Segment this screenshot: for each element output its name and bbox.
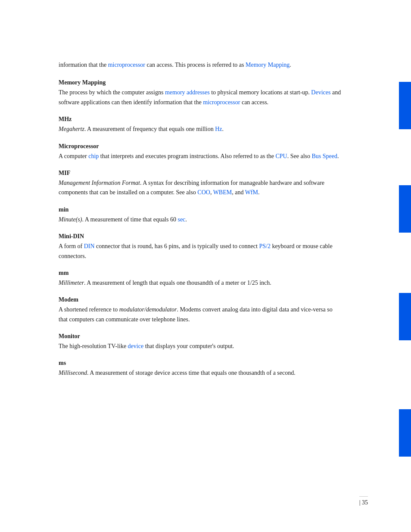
link-microprocessor-1[interactable]: microprocessor [203,99,240,106]
blue-tab-2 [399,185,411,233]
page-footer: | 35 [359,496,368,506]
link-hz[interactable]: Hz [215,126,222,132]
link-wfm[interactable]: WfM [245,189,258,196]
entry-title-mm: mm [59,270,343,277]
intro-paragraph: information that the microprocessor can … [59,60,343,70]
blue-tab-3 [399,293,411,340]
page-number: | 35 [359,499,368,506]
intro-text-3: . [290,62,291,68]
link-chip[interactable]: chip [88,153,99,159]
blue-tab-1 [399,82,411,129]
entry-title-modem: Modem [59,296,343,303]
entry-title-mini-din: Mini-DIN [59,233,343,240]
entry-title-mhz: MHz [59,116,343,123]
entry-title-mif: MIF [59,170,343,177]
page-container: information that the microprocessor can … [0,0,411,532]
entry-mhz: MHz Megahertz. A measurement of frequenc… [59,116,343,134]
entry-title-min: min [59,206,343,213]
entry-mif: MIF Management Information Format. A syn… [59,170,343,198]
link-devices-1[interactable]: Devices [311,89,330,96]
link-ps2[interactable]: PS/2 [259,243,270,249]
link-sec[interactable]: sec [177,216,185,223]
entry-body-microprocessor: A computer chip that interprets and exec… [59,152,343,161]
entry-mm: mm Millimeter. A measurement of length t… [59,270,343,288]
entry-title-microprocessor: Microprocessor [59,143,343,150]
entry-ms: ms Millisecond. A measurement of storage… [59,360,343,378]
entry-title-monitor: Monitor [59,333,343,340]
intro-link-microprocessor[interactable]: microprocessor [108,62,145,68]
entry-microprocessor: Microprocessor A computer chip that inte… [59,143,343,161]
entry-memory-mapping: Memory Mapping The process by which the … [59,79,343,107]
entry-body-mini-din: A form of DIN connector that is round, h… [59,242,343,261]
entry-modem: Modem A shortened reference to modulator… [59,296,343,324]
entry-monitor: Monitor The high-resolution TV-like devi… [59,333,343,351]
entry-mini-din: Mini-DIN A form of DIN connector that is… [59,233,343,261]
entry-body-mm: Millimeter. A measurement of length that… [59,278,343,288]
entry-body-mhz: Megahertz. A measurement of frequency th… [59,124,343,134]
intro-text-1: information that the [59,62,108,68]
blue-tab-4 [399,409,411,457]
link-coo[interactable]: COO [197,189,210,196]
intro-link-memory-mapping[interactable]: Memory Mapping [246,62,290,68]
entry-body-monitor: The high-resolution TV-like device that … [59,342,343,351]
entry-body-modem: A shortened reference to modulator/demod… [59,305,343,324]
entry-body-ms: Millisecond. A measurement of storage de… [59,368,343,378]
link-memory-addresses[interactable]: memory addresses [165,89,210,96]
entry-body-memory-mapping: The process by which the computer assign… [59,88,343,107]
entry-title-ms: ms [59,360,343,367]
link-device[interactable]: device [128,343,144,349]
entry-body-min: Minute(s). A measurement of time that eq… [59,215,343,224]
main-content: information that the microprocessor can … [59,60,343,378]
intro-text-2: can access. This process is referred to … [145,62,246,68]
entry-body-mif: Management Information Format. A syntax … [59,178,343,198]
link-wbem[interactable]: WBEM [213,189,232,196]
link-cpu[interactable]: CPU [275,153,287,159]
entry-title-memory-mapping: Memory Mapping [59,79,343,86]
entry-min: min Minute(s). A measurement of time tha… [59,206,343,224]
link-bus-speed[interactable]: Bus Speed [311,153,337,159]
link-din[interactable]: DIN [84,243,95,249]
